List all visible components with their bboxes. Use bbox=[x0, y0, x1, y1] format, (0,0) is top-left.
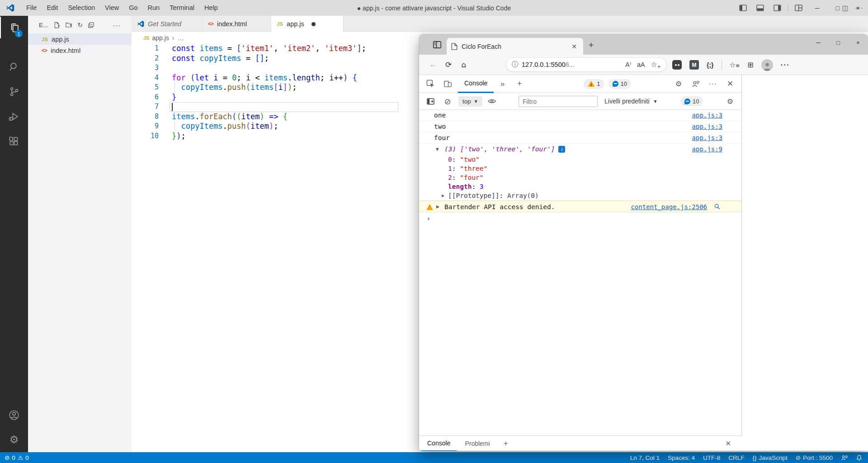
source-link[interactable]: app.js:3 bbox=[692, 110, 722, 121]
reload-icon[interactable]: ⟳ bbox=[441, 60, 456, 69]
editor-tab-index.html[interactable]: <>index.html bbox=[203, 16, 271, 32]
address-bar[interactable]: ⓘ 127.0.0.1:5500 /i... A⁾ aA ☆+ bbox=[506, 57, 667, 72]
menu-run[interactable]: Run bbox=[143, 0, 165, 16]
context-selector[interactable]: top ▼ bbox=[458, 96, 482, 107]
filter-messages-badge[interactable]: 10 bbox=[680, 96, 703, 106]
more-tabs-icon[interactable]: » bbox=[494, 80, 511, 89]
messages-badge[interactable]: 10 bbox=[609, 79, 631, 89]
problems-status[interactable]: ⊘ 0 ⚠ 0 bbox=[5, 454, 28, 461]
devtools-feedback-icon[interactable] bbox=[687, 80, 704, 88]
refresh-icon[interactable]: ↻ bbox=[77, 21, 83, 28]
array-preview-row[interactable]: ▼(3) ['two', 'three', 'four']iapp.js:9 bbox=[419, 144, 741, 155]
search-activity-icon[interactable] bbox=[0, 56, 28, 78]
home-icon[interactable]: ⌂ bbox=[456, 60, 472, 69]
menu-selection[interactable]: Selection bbox=[63, 0, 100, 16]
new-folder-icon[interactable] bbox=[65, 22, 72, 28]
customize-layout-icon[interactable] bbox=[790, 0, 807, 16]
array-property-row[interactable]: 2: "four" bbox=[419, 173, 741, 182]
expand-caret-icon[interactable]: ▶ bbox=[436, 201, 439, 213]
menu-help[interactable]: Help bbox=[199, 0, 223, 16]
console-settings-gear-icon[interactable]: ⚙ bbox=[727, 97, 733, 106]
encoding[interactable]: UTF-8 bbox=[703, 454, 720, 461]
new-tab-button[interactable]: + bbox=[589, 40, 594, 50]
menu-file[interactable]: File bbox=[21, 0, 42, 16]
drawer-tab-console[interactable]: Console bbox=[421, 436, 457, 451]
menu-go[interactable]: Go bbox=[124, 0, 142, 16]
console-log-row[interactable]: twoapp.js:3 bbox=[419, 121, 741, 132]
back-icon[interactable]: ← bbox=[425, 60, 441, 69]
profile-avatar[interactable] bbox=[761, 59, 773, 71]
array-property-row[interactable]: length: 3 bbox=[419, 182, 741, 191]
browser-settings-more-icon[interactable]: ··· bbox=[781, 61, 790, 69]
toggle-secondary-sidebar-icon[interactable] bbox=[769, 0, 786, 16]
menu-view[interactable]: View bbox=[100, 0, 124, 16]
drawer-tab-problems[interactable]: Problemi bbox=[458, 436, 496, 451]
extension-m-icon[interactable]: M bbox=[689, 60, 699, 70]
favorites-bar-icon[interactable]: ☆≡ bbox=[730, 61, 740, 69]
console-log-row[interactable]: oneapp.js:3 bbox=[419, 110, 741, 121]
console-prompt[interactable]: › bbox=[419, 212, 741, 225]
feedback-icon[interactable] bbox=[841, 454, 848, 461]
log-levels-selector[interactable]: Livelli predefiniti ▼ bbox=[604, 98, 658, 105]
language-mode[interactable]: {} JavaScript bbox=[753, 454, 788, 461]
settings-gear-icon[interactable]: ⚙ bbox=[0, 429, 28, 450]
array-property-row[interactable]: 0: "two" bbox=[419, 155, 741, 164]
collapse-folders-icon[interactable] bbox=[88, 22, 94, 28]
menu-terminal[interactable]: Terminal bbox=[165, 0, 199, 16]
console-log-row[interactable]: fourapp.js:3 bbox=[419, 132, 741, 144]
tab-close-icon[interactable]: ✕ bbox=[570, 43, 579, 50]
warnings-badge[interactable]: 1 bbox=[584, 79, 604, 89]
browser-tab[interactable]: Ciclo ForEach ✕ bbox=[447, 38, 583, 55]
collapse-caret-icon[interactable]: ▼ bbox=[436, 144, 439, 155]
extensions-activity-icon[interactable] bbox=[0, 131, 28, 152]
browser-minimize-button[interactable]: ─ bbox=[808, 34, 828, 51]
eol-sequence[interactable]: CRLF bbox=[728, 454, 744, 461]
drawer-add-tab-icon[interactable]: + bbox=[504, 439, 508, 448]
source-link[interactable]: app.js:3 bbox=[692, 121, 722, 132]
new-file-icon[interactable] bbox=[53, 22, 60, 28]
notifications-bell-icon[interactable] bbox=[856, 454, 863, 461]
live-expression-eye-icon[interactable] bbox=[483, 97, 500, 106]
drawer-close-icon[interactable]: ✕ bbox=[725, 440, 731, 448]
extension-curly-icon[interactable]: {;} bbox=[707, 61, 714, 69]
editor-tab-get-started[interactable]: Get Started bbox=[132, 16, 203, 32]
devtools-more-icon[interactable]: ··· bbox=[704, 80, 722, 88]
editor-tab-app.js[interactable]: JSapp.js bbox=[271, 16, 344, 32]
devtools-tab-console[interactable]: Console bbox=[458, 75, 494, 93]
collections-icon[interactable]: ⊞ bbox=[747, 61, 753, 69]
vertical-tabs-button[interactable] bbox=[429, 38, 445, 51]
explorer-activity-icon[interactable]: 1 bbox=[0, 17, 28, 38]
folder-section-label[interactable]: E... bbox=[39, 22, 48, 28]
cursor-position[interactable]: Ln 7, Col 1 bbox=[630, 454, 660, 461]
modified-dot-icon[interactable] bbox=[311, 22, 316, 26]
run-debug-activity-icon[interactable] bbox=[0, 106, 28, 127]
source-control-activity-icon[interactable] bbox=[0, 81, 28, 103]
source-link[interactable]: content_page.js:2506 bbox=[631, 201, 707, 213]
indentation[interactable]: Spaces: 4 bbox=[668, 454, 695, 461]
live-server-port[interactable]: ⊘ Port : 5500 bbox=[796, 454, 833, 461]
magnifier-icon[interactable] bbox=[714, 203, 721, 210]
file-item-index.html[interactable]: <>index.html bbox=[28, 45, 132, 56]
breadcrumb-more[interactable]: … bbox=[178, 34, 184, 42]
console-warning-row[interactable]: ▶Bartender API access denied.content_pag… bbox=[419, 201, 741, 212]
toggle-sidebar-icon[interactable] bbox=[734, 0, 751, 16]
breadcrumb-file[interactable]: app.js bbox=[152, 34, 169, 42]
console-filter-input[interactable] bbox=[519, 96, 598, 107]
explorer-more-actions[interactable]: ··· bbox=[113, 21, 121, 29]
expand-caret-icon[interactable]: ▶ bbox=[442, 191, 444, 200]
devtools-close-icon[interactable]: ✕ bbox=[722, 79, 739, 89]
file-item-app.js[interactable]: JSapp.js bbox=[28, 33, 132, 45]
clear-console-icon[interactable]: ⊘ bbox=[439, 97, 456, 106]
extension-tampermonkey-icon[interactable] bbox=[672, 60, 682, 70]
browser-close-button[interactable]: × bbox=[848, 34, 868, 51]
device-toolbar-icon[interactable] bbox=[439, 80, 456, 88]
site-info-icon[interactable]: ⓘ bbox=[512, 61, 518, 69]
inspect-element-icon[interactable] bbox=[422, 80, 439, 88]
console-sidebar-icon[interactable] bbox=[422, 97, 439, 106]
translate-icon[interactable]: aA bbox=[637, 61, 645, 68]
value-info-icon[interactable]: i bbox=[558, 146, 565, 153]
toggle-panel-icon[interactable] bbox=[751, 0, 769, 16]
menu-edit[interactable]: Edit bbox=[42, 0, 63, 16]
source-link[interactable]: app.js:9 bbox=[692, 144, 722, 155]
array-property-row[interactable]: ▶[[Prototype]]: Array(0) bbox=[419, 191, 741, 200]
